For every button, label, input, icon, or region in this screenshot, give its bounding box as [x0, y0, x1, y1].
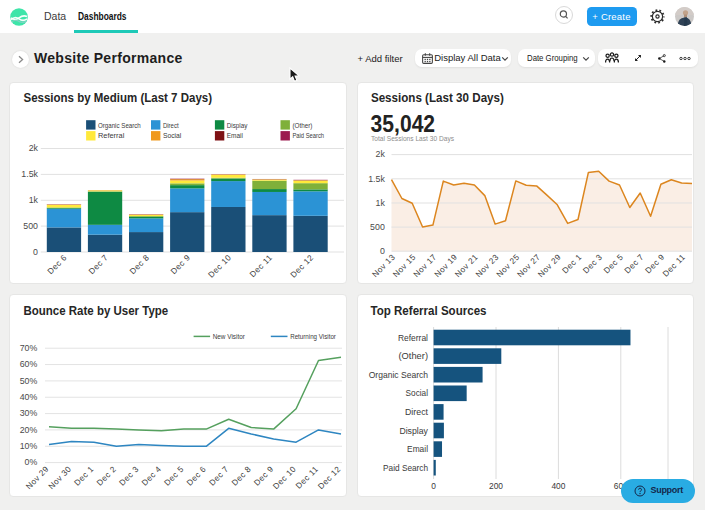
svg-text:Dec 1: Dec 1: [73, 465, 96, 488]
svg-text:Dec 11: Dec 11: [661, 252, 687, 278]
svg-text:Direct: Direct: [405, 407, 429, 417]
svg-text:1.5k: 1.5k: [368, 174, 385, 184]
svg-text:Sessions by Medium (Last 7 Day: Sessions by Medium (Last 7 Days): [24, 91, 213, 105]
svg-text:Dec 3: Dec 3: [581, 252, 604, 275]
svg-text:Dec 2: Dec 2: [95, 465, 118, 488]
svg-text:Dec 9: Dec 9: [169, 253, 192, 276]
svg-text:Nov 30: Nov 30: [47, 465, 74, 492]
svg-text:(Other): (Other): [292, 121, 312, 130]
svg-text:Dec 10: Dec 10: [207, 253, 234, 280]
svg-text:Total Sessions Last 30 Days: Total Sessions Last 30 Days: [371, 134, 454, 143]
svg-text:Display: Display: [399, 426, 428, 436]
svg-text:Social: Social: [163, 131, 182, 140]
svg-text:35,042: 35,042: [371, 111, 436, 137]
svg-text:Dec 6: Dec 6: [46, 253, 69, 276]
svg-text:40%: 40%: [20, 392, 38, 402]
svg-text:2k: 2k: [29, 143, 39, 153]
svg-text:Returning Visitor: Returning Visitor: [290, 332, 336, 341]
svg-text:Sessions (Last 30 Days): Sessions (Last 30 Days): [371, 91, 504, 105]
svg-text:Nov 29: Nov 29: [24, 465, 51, 492]
svg-text:500: 500: [23, 221, 38, 231]
svg-text:Bounce Rate by User Type: Bounce Rate by User Type: [24, 304, 169, 318]
svg-text:500: 500: [370, 222, 385, 232]
svg-text:Paid Search: Paid Search: [292, 131, 324, 140]
svg-text:Dec 7: Dec 7: [87, 253, 110, 276]
svg-text:Dec 6: Dec 6: [185, 465, 208, 488]
svg-text:1k: 1k: [29, 195, 39, 205]
svg-text:10%: 10%: [20, 441, 38, 451]
svg-text:0: 0: [431, 481, 436, 491]
svg-text:Dec 8: Dec 8: [128, 253, 151, 276]
svg-text:Dec 4: Dec 4: [140, 465, 163, 488]
svg-text:60%: 60%: [20, 359, 38, 369]
svg-text:Paid Search: Paid Search: [383, 463, 428, 473]
svg-text:0: 0: [33, 247, 38, 257]
svg-text:1.5k: 1.5k: [21, 169, 38, 179]
svg-text:(Other): (Other): [399, 351, 429, 361]
svg-text:Dec 3: Dec 3: [118, 465, 141, 488]
svg-text:Referral: Referral: [98, 131, 125, 140]
svg-text:Email: Email: [227, 131, 244, 140]
svg-text:2k: 2k: [376, 149, 386, 159]
svg-text:Dec 5: Dec 5: [163, 465, 186, 488]
svg-text:Dec 11: Dec 11: [248, 253, 274, 279]
svg-text:Organic Search: Organic Search: [369, 370, 429, 380]
svg-text:Nov 29: Nov 29: [536, 252, 563, 279]
svg-text:Dec 10: Dec 10: [271, 465, 298, 492]
svg-text:Social: Social: [406, 388, 429, 398]
svg-text:Email: Email: [407, 444, 428, 454]
svg-text:30%: 30%: [20, 408, 38, 418]
svg-text:Display: Display: [227, 121, 248, 130]
svg-text:Top Referral Sources: Top Referral Sources: [371, 304, 487, 318]
svg-text:Dec 8: Dec 8: [230, 465, 253, 488]
svg-text:Dec 5: Dec 5: [602, 252, 625, 275]
svg-text:70%: 70%: [20, 343, 38, 353]
svg-text:0: 0: [380, 246, 385, 256]
svg-text:Dec 7: Dec 7: [623, 252, 646, 275]
svg-text:New Visitor: New Visitor: [213, 332, 246, 341]
svg-text:Organic Search: Organic Search: [98, 121, 141, 130]
svg-text:Dec 1: Dec 1: [561, 252, 584, 275]
svg-text:200: 200: [489, 481, 503, 491]
svg-text:1k: 1k: [376, 198, 386, 208]
svg-text:50%: 50%: [20, 376, 38, 386]
svg-text:Dec 11: Dec 11: [294, 465, 320, 491]
svg-text:0%: 0%: [25, 457, 38, 467]
svg-text:Dec 12: Dec 12: [289, 253, 316, 280]
svg-text:20%: 20%: [20, 425, 38, 435]
svg-text:Direct: Direct: [163, 121, 179, 130]
svg-text:400: 400: [551, 481, 565, 491]
svg-text:Referral: Referral: [398, 333, 428, 343]
svg-text:Dec 7: Dec 7: [207, 465, 230, 488]
svg-text:Dec 12: Dec 12: [316, 465, 343, 492]
